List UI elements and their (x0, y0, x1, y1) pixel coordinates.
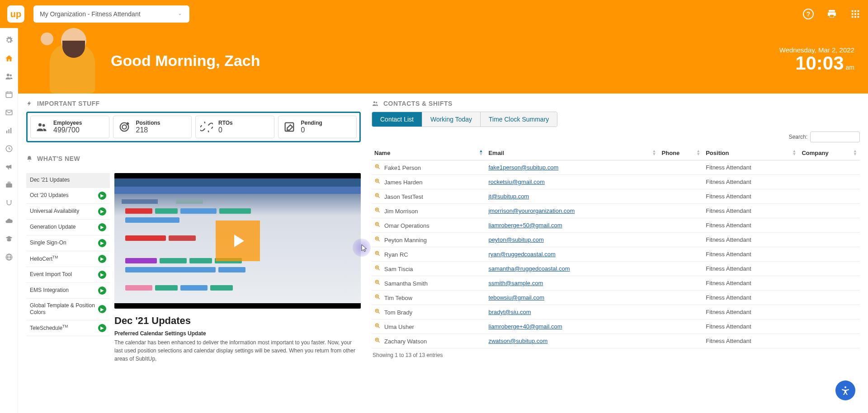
graduation-icon[interactable] (5, 235, 13, 243)
svg-rect-22 (6, 183, 12, 188)
target-icon (118, 121, 131, 133)
magnify-icon[interactable] (374, 323, 381, 329)
search-input[interactable] (810, 131, 860, 142)
col-company[interactable]: Company▲▼ (799, 146, 860, 160)
hero-banner: Good Morning, Zach Wednesday, Mar 2, 202… (18, 28, 868, 94)
play-button-icon[interactable] (216, 221, 260, 261)
calendar-icon[interactable] (5, 90, 13, 99)
whats-new-item[interactable]: Dec '21 Updates (26, 173, 110, 188)
cell-position: Fitness Attendant (703, 276, 799, 291)
svg-line-51 (378, 211, 379, 212)
tab-working-today[interactable]: Working Today (422, 112, 481, 127)
go-icon: ▶ (98, 286, 106, 295)
cell-company (799, 262, 860, 276)
svg-line-71 (378, 283, 379, 284)
magnify-icon[interactable] (374, 250, 381, 257)
table-row: James Hardenrocketsiu@gmail.comFitness A… (372, 175, 860, 189)
globe-icon[interactable] (5, 253, 13, 261)
magnify-icon[interactable] (374, 265, 381, 271)
svg-line-43 (378, 182, 379, 183)
stat-rtos[interactable]: RTOs0 (195, 116, 274, 138)
table-row: Sam Tisciasamantha@ruggedcoastal.comFitn… (372, 262, 860, 276)
hero-ampm: am (846, 64, 854, 71)
magnify-icon[interactable] (374, 337, 381, 343)
whats-new-item[interactable]: TeleScheduleTM▶ (26, 320, 110, 336)
cell-email-link[interactable]: peyton@subitup.com (488, 236, 543, 243)
tab-contact-list[interactable]: Contact List (372, 112, 422, 127)
go-icon: ▶ (98, 223, 106, 231)
chart-icon[interactable] (5, 127, 13, 135)
cell-email-link[interactable]: bradyt@siu.com (488, 309, 531, 315)
apps-grid-icon[interactable] (850, 9, 861, 19)
greeting-text: Good Morning, Zach (111, 52, 260, 70)
gear-icon[interactable] (5, 36, 13, 44)
stat-employees[interactable]: Employees499/700 (30, 116, 109, 138)
whats-new-item[interactable]: Event Import Tool▶ (26, 267, 110, 283)
whats-new-item[interactable]: Oct '20 Updates▶ (26, 188, 110, 204)
cell-email-link[interactable]: tebowsiu@gmail.com (488, 294, 544, 301)
print-icon[interactable] (826, 9, 837, 19)
whats-new-item[interactable]: Global Template & Position Colors▶ (26, 299, 110, 320)
magnify-icon[interactable] (374, 221, 381, 228)
home-icon[interactable] (5, 54, 13, 62)
col-name[interactable]: Name▲▼ (372, 146, 486, 160)
cell-name: Tom Brady (384, 309, 412, 316)
svg-line-39 (378, 167, 379, 169)
cell-phone (659, 204, 703, 218)
whats-new-item[interactable]: Single Sign-On▶ (26, 235, 110, 251)
clock-icon[interactable] (5, 145, 13, 153)
stat-positions[interactable]: Positions218 (113, 116, 192, 138)
envelope-icon[interactable] (5, 108, 13, 117)
magnify-icon[interactable] (374, 308, 381, 314)
app-logo[interactable]: up (7, 5, 24, 23)
svg-line-63 (378, 254, 379, 255)
magnify-icon[interactable] (374, 164, 381, 170)
col-position[interactable]: Position▲▼ (703, 146, 799, 160)
magnify-icon[interactable] (374, 236, 381, 242)
stat-pending[interactable]: Pending0 (278, 116, 357, 138)
whats-new-item-label: Event Import Tool (30, 271, 72, 278)
svg-text:?: ? (807, 10, 811, 18)
megaphone-icon[interactable] (5, 163, 13, 171)
table-row: Zachary Watsonzwatson@subitup.comFitness… (372, 334, 860, 348)
magnet-icon[interactable] (5, 199, 13, 207)
magnify-icon[interactable] (374, 279, 381, 286)
briefcase-icon[interactable] (5, 181, 13, 189)
cloud-icon[interactable] (5, 217, 13, 225)
cell-email-link[interactable]: jt@subitup.com (488, 193, 529, 200)
magnify-icon[interactable] (374, 178, 381, 184)
col-email[interactable]: Email▲▼ (486, 146, 659, 160)
whats-new-item[interactable]: HelloCertTM▶ (26, 251, 110, 267)
cell-email-link[interactable]: liamroberge+40@gmail.com (488, 323, 562, 330)
cell-company (799, 175, 860, 189)
help-icon[interactable]: ? (803, 9, 814, 19)
col-phone[interactable]: Phone▲▼ (659, 146, 703, 160)
tab-time-clock[interactable]: Time Clock Summary (481, 112, 557, 127)
cell-email-link[interactable]: jmorrison@yourorganization.com (488, 207, 575, 214)
cell-company (799, 233, 860, 247)
whats-new-item-label: Oct '20 Updates (30, 192, 69, 199)
cell-company (799, 334, 860, 348)
cell-email-link[interactable]: zwatson@subitup.com (488, 338, 547, 344)
table-showing-text: Showing 1 to 13 of 13 entries (372, 348, 860, 362)
whats-new-item[interactable]: EMS Integration▶ (26, 283, 110, 299)
org-selector[interactable]: My Organization - Fitness Attendant (33, 5, 189, 23)
cell-email-link[interactable]: liamroberge+50@gmail.com (488, 222, 562, 229)
magnify-icon[interactable] (374, 207, 381, 213)
whats-new-item[interactable]: Universal Availability▶ (26, 204, 110, 220)
cell-company (799, 319, 860, 334)
svg-rect-19 (8, 129, 9, 133)
cell-email-link[interactable]: samantha@ruggedcoastal.com (488, 265, 570, 272)
search-label: Search: (789, 134, 807, 140)
video-thumbnail[interactable] (114, 173, 361, 309)
cell-phone (659, 276, 703, 291)
users-icon[interactable] (5, 72, 13, 80)
magnify-icon[interactable] (374, 294, 381, 300)
cell-email-link[interactable]: ryan@ruggedcoastal.com (488, 251, 555, 258)
cell-email-link[interactable]: rocketsiu@gmail.com (488, 178, 544, 185)
cell-email-link[interactable]: fake1person@subitup.com (488, 164, 558, 171)
cell-email-link[interactable]: ssmith@sample.com (488, 280, 543, 286)
cell-position: Fitness Attendant (703, 218, 799, 233)
whats-new-item[interactable]: Generation Update▶ (26, 220, 110, 235)
magnify-icon[interactable] (374, 192, 381, 199)
